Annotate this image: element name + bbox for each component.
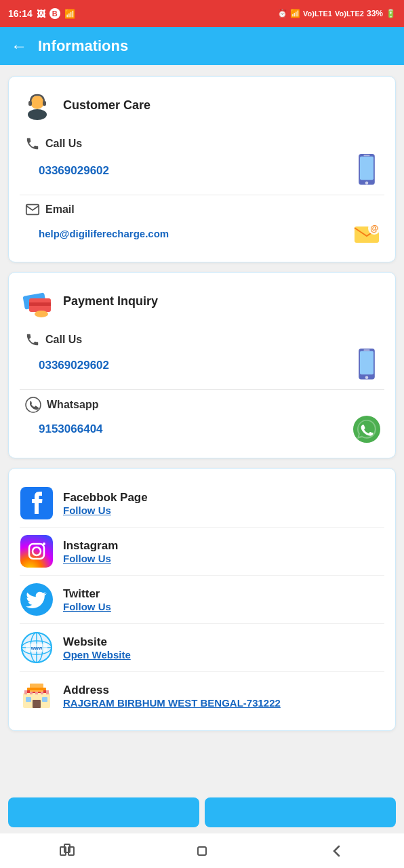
status-bar: 16:14 🖼 B 📶 ⏰ 📶 Vo)LTE1 Vo)LTE2 33% 🔋: [0, 0, 404, 27]
instagram-name: Instagram: [63, 539, 118, 553]
whatsapp-image-icon: [352, 414, 382, 444]
b-icon: B: [49, 8, 60, 19]
address-icon: [20, 679, 54, 713]
address-value[interactable]: RAJGRAM BIRBHUM WEST BENGAL-731222: [63, 697, 281, 709]
customer-care-email[interactable]: help@digiliferecharge.com: [39, 228, 169, 239]
address-text: Address RAJGRAM BIRBHUM WEST BENGAL-7312…: [63, 684, 281, 709]
status-left: 16:14 🖼 B 📶: [8, 8, 75, 19]
address-name: Address: [63, 684, 281, 697]
recent-apps-icon: [58, 842, 77, 861]
back-button[interactable]: ←: [11, 37, 27, 56]
svg-point-15: [35, 311, 48, 317]
phone-icon: [25, 136, 40, 151]
instagram-row: Instagram Follow Us: [20, 528, 384, 576]
twitter-text: Twitter Follow Us: [63, 587, 111, 612]
svg-rect-38: [33, 700, 41, 708]
facebook-text: Facebbok Page Follow Us: [63, 491, 148, 516]
svg-rect-40: [42, 697, 47, 702]
payment-inquiry-card: Payment Inquiry Call Us 03369029602: [8, 272, 396, 458]
main-content: Customer Care Call Us 03369029602: [0, 65, 404, 792]
alarm-icon: ⏰: [277, 9, 287, 18]
svg-point-18: [365, 376, 369, 379]
wifi-icon: 📶: [290, 9, 300, 18]
website-name: Website: [63, 635, 131, 649]
svg-text:www: www: [31, 646, 43, 650]
website-row: www Website Open Website: [20, 624, 384, 672]
svg-rect-47: [27, 688, 46, 690]
svg-rect-17: [360, 351, 373, 375]
call-us-left: Call Us: [25, 136, 384, 151]
nav-home-button[interactable]: [182, 837, 222, 865]
instagram-text: Instagram Follow Us: [63, 539, 118, 564]
payment-phone-icon: [25, 332, 40, 347]
website-icon: www: [20, 631, 54, 665]
website-text: Website Open Website: [63, 635, 131, 660]
bottom-buttons: [0, 792, 404, 833]
payment-call-row: Call Us: [20, 328, 384, 349]
nav-back-button[interactable]: [317, 837, 357, 865]
social-card: Facebbok Page Follow Us: [8, 468, 396, 731]
payment-phone[interactable]: 03369029602: [39, 359, 109, 372]
instagram-icon: [20, 534, 54, 568]
customer-care-title: Customer Care: [63, 98, 150, 113]
photo-icon: 🖼: [37, 9, 45, 19]
nav-recent-button[interactable]: [47, 837, 87, 865]
phone-image-icon: [355, 154, 382, 188]
facebook-follow-link[interactable]: Follow Us: [63, 505, 148, 516]
svg-point-6: [365, 181, 369, 184]
twitter-follow-link[interactable]: Follow Us: [63, 601, 111, 612]
svg-rect-7: [363, 155, 369, 156]
page-title: Informations: [38, 37, 128, 55]
whatsapp-left: Whatsapp: [25, 397, 384, 413]
bottom-btn-2[interactable]: [205, 797, 396, 827]
whatsapp-icon: [25, 397, 41, 413]
whatsapp-row: Whatsapp: [20, 393, 384, 414]
back-nav-icon: [327, 842, 346, 861]
whatsapp-number[interactable]: 9153066404: [39, 422, 103, 436]
call-us-label: Call Us: [45, 138, 82, 150]
payment-phone-image-icon: [355, 349, 382, 382]
status-time: 16:14: [8, 8, 33, 19]
instagram-follow-link[interactable]: Follow Us: [63, 553, 118, 564]
signal2-icon: Vo)LTE2: [335, 9, 364, 18]
svg-rect-41: [24, 690, 27, 694]
svg-point-26: [43, 542, 45, 545]
facebook-icon: [20, 486, 54, 520]
website-open-link[interactable]: Open Website: [63, 649, 131, 660]
payment-call-left: Call Us: [25, 332, 384, 347]
android-nav-bar: [0, 833, 404, 868]
svg-rect-39: [26, 697, 31, 702]
payment-call-label: Call Us: [45, 334, 82, 346]
payment-inquiry-header: Payment Inquiry: [20, 283, 384, 319]
email-row: Email: [20, 198, 384, 218]
svg-rect-23: [20, 535, 53, 568]
email-label: Email: [45, 203, 75, 216]
divider2: [20, 389, 384, 390]
home-icon: [193, 842, 211, 861]
call-us-row: Call Us: [20, 132, 384, 153]
svg-rect-14: [29, 302, 51, 306]
signal-icon: Vo)LTE1: [303, 9, 332, 18]
svg-rect-3: [43, 101, 46, 106]
payment-inquiry-title: Payment Inquiry: [63, 294, 158, 309]
payment-inquiry-icon: [20, 283, 55, 319]
email-left: Email: [25, 202, 384, 217]
email-icon: [25, 202, 40, 217]
sim-icon: 📶: [64, 9, 75, 19]
svg-point-0: [28, 109, 47, 120]
svg-rect-2: [28, 101, 32, 106]
bottom-btn-1[interactable]: [8, 797, 199, 827]
battery-percent: 33%: [367, 9, 383, 18]
twitter-row: Twitter Follow Us: [20, 576, 384, 624]
svg-rect-51: [198, 847, 206, 855]
battery-icon: 🔋: [386, 9, 396, 18]
whatsapp-label: Whatsapp: [47, 399, 98, 411]
address-row: Address RAJGRAM BIRBHUM WEST BENGAL-7312…: [20, 672, 384, 719]
email-image-icon: @: [352, 218, 382, 248]
top-bar: ← Informations: [0, 27, 404, 65]
customer-care-card: Customer Care Call Us 03369029602: [8, 76, 396, 262]
svg-point-20: [26, 397, 41, 412]
customer-care-phone[interactable]: 03369029602: [39, 164, 109, 178]
svg-text:@: @: [370, 224, 378, 233]
svg-rect-19: [363, 349, 369, 351]
